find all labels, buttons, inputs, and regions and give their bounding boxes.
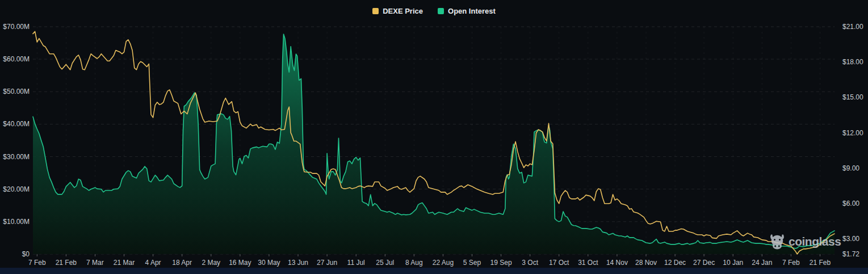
left-axis-tick-label: $40.00M (0, 119, 30, 128)
right-axis-tick-label: $18.00 (842, 57, 863, 67)
right-axis-labels: $21.00$18.00$15.00$12.00$9.00$6.00$3.00$… (841, 0, 868, 274)
chart-canvas (33, 27, 835, 258)
open-interest-area (33, 34, 835, 254)
legend-label: Open Interest (448, 7, 496, 15)
legend-label: DEXE Price (383, 7, 423, 15)
left-axis-tick-label: $50.00M (0, 87, 30, 96)
legend-swatch (372, 8, 379, 14)
left-axis-labels: $70.00M$60.00M$50.00M$40.00M$30.00M$20.0… (0, 0, 30, 274)
left-axis-tick-label: $10.00M (0, 217, 30, 226)
right-axis-tick-label: $1.72 (842, 250, 859, 259)
legend-item-dexe-price[interactable]: DEXE Price (372, 7, 423, 15)
right-axis-tick-label: $9.00 (842, 164, 859, 173)
right-axis-tick-label: $3.00 (842, 234, 859, 243)
left-axis-tick-label: $30.00M (0, 152, 30, 161)
right-axis-tick-label: $15.00 (842, 93, 863, 102)
right-axis-tick-label: $12.00 (842, 128, 863, 138)
legend-swatch (438, 8, 444, 14)
plot-area[interactable] (33, 27, 835, 254)
left-axis-tick-label: $20.00M (0, 185, 30, 194)
left-axis-tick-label: $60.00M (0, 55, 30, 64)
left-axis-tick-label: $70.00M (0, 22, 30, 31)
open-interest-chart: DEXE PriceOpen Interest $70.00M$60.00M$5… (0, 0, 868, 274)
left-axis-tick-label: $0 (0, 250, 30, 259)
legend-item-open-interest[interactable]: Open Interest (438, 7, 496, 15)
bottom-strip (0, 268, 868, 274)
legend: DEXE PriceOpen Interest (0, 7, 868, 15)
x-axis-tick-label: 21 Feb (800, 258, 840, 267)
right-axis-tick-label: $6.00 (842, 199, 859, 208)
right-axis-tick-label: $21.00 (842, 22, 863, 31)
